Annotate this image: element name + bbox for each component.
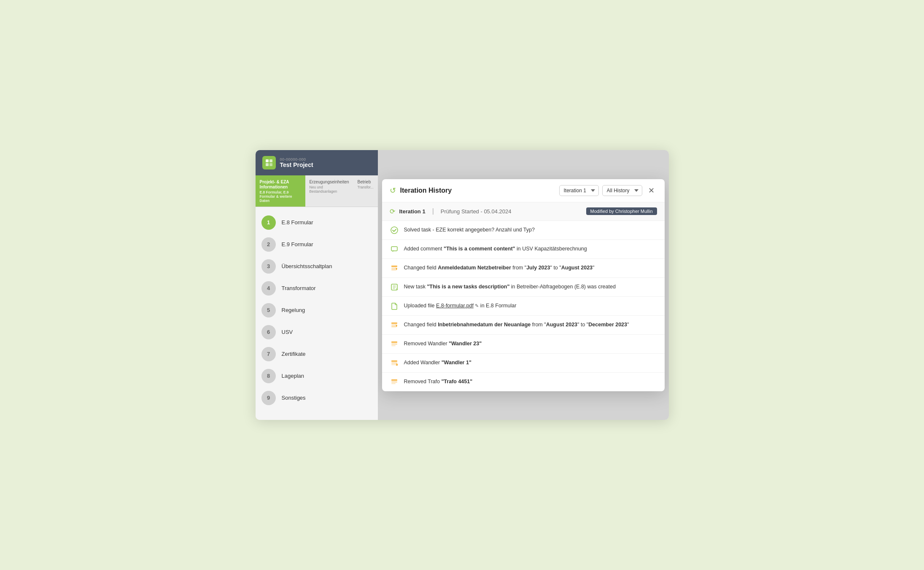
svg-rect-0 <box>266 159 269 162</box>
sidebar-item-number-7: 7 <box>261 347 276 361</box>
sidebar-item-5[interactable]: 5 Regelung <box>261 301 373 319</box>
edit-icon: ✎ <box>475 303 479 308</box>
sidebar-item-2[interactable]: 2 E.9 Formular <box>261 236 373 253</box>
project-id: 00-00000-000 <box>280 157 313 161</box>
history-item-0: Solved task - EZE korrekt angegeben? Anz… <box>382 221 665 240</box>
svg-rect-3 <box>269 163 272 166</box>
svg-rect-13 <box>391 341 397 343</box>
history-item-text-8: Removed Trafo "Trafo 4451" <box>404 378 657 386</box>
history-item-2: Changed field Anmeldedatum Netzbetreiber… <box>382 259 665 278</box>
field-change-icon-1 <box>390 263 399 273</box>
sidebar-item-8[interactable]: 8 Lageplan <box>261 367 373 385</box>
history-item-8: Removed Trafo "Trafo 4451" <box>382 373 665 391</box>
svg-rect-20 <box>391 379 397 381</box>
sidebar-item-label-8: Lageplan <box>282 373 304 379</box>
svg-point-19 <box>396 363 398 366</box>
svg-rect-16 <box>391 360 397 362</box>
svg-rect-15 <box>391 345 396 346</box>
history-item-text-4: Uploaded file E.8-formular.pdf ✎ in E.8 … <box>404 302 657 310</box>
sidebar-item-label-3: Übersichtsschaltplan <box>282 263 332 269</box>
sidebar-item-6[interactable]: 6 USV <box>261 323 373 341</box>
sidebar-item-7[interactable]: 7 Zertifikate <box>261 345 373 363</box>
sidebar-item-4[interactable]: 4 Transformator <box>261 280 373 297</box>
svg-rect-22 <box>391 383 396 384</box>
file-link[interactable]: E.8-formular.pdf <box>436 303 474 309</box>
modal-body: ⟳ Iteration 1 | Prüfung Started - 05.04.… <box>382 202 665 391</box>
sidebar-item-number-2: 2 <box>261 237 276 252</box>
history-item-4: Uploaded file E.8-formular.pdf ✎ in E.8 … <box>382 297 665 316</box>
sidebar-item-number-4: 4 <box>261 281 276 296</box>
svg-rect-14 <box>391 344 397 344</box>
svg-rect-2 <box>266 163 269 166</box>
new-task-icon <box>390 282 399 292</box>
svg-rect-18 <box>391 364 396 365</box>
history-item-6: Removed Wandler "Wandler 23" <box>382 335 665 354</box>
sidebar-header-text: 00-00000-000 Test Project <box>280 157 313 168</box>
svg-rect-5 <box>391 247 397 251</box>
sidebar-item-label-2: E.9 Formular <box>282 241 313 247</box>
remove-trafo-icon <box>390 377 399 387</box>
modified-badge: Modified by Christopher Mullin <box>586 207 657 215</box>
sidebar-item-number-6: 6 <box>261 325 276 339</box>
sidebar-item-number-8: 8 <box>261 369 276 383</box>
sidebar-item-number-5: 5 <box>261 303 276 317</box>
iteration-dropdown[interactable]: Iteration 1 <box>559 185 599 196</box>
svg-point-4 <box>391 227 398 234</box>
svg-rect-21 <box>391 382 397 382</box>
nav-tabs: Projekt- & EZA Informationen E.8 Formula… <box>256 175 378 207</box>
svg-rect-17 <box>391 363 397 363</box>
modal-title: Iteration History <box>400 187 555 194</box>
iteration-section-header: ⟳ Iteration 1 | Prüfung Started - 05.04.… <box>382 202 665 221</box>
sidebar-item-label-1: E.8 Formular <box>282 219 313 226</box>
project-name: Test Project <box>280 161 313 168</box>
iteration-date: Prüfung Started - 05.04.2024 <box>441 208 512 215</box>
check-icon <box>390 226 399 235</box>
history-item-text-2: Changed field Anmeldedatum Netzbetreiber… <box>404 264 657 272</box>
sidebar-list: 1 E.8 Formular 2 E.9 Formular 3 Übersich… <box>256 207 378 420</box>
iteration-icon: ⟳ <box>390 207 395 215</box>
modal-controls: Iteration 1 All History ✕ <box>559 185 657 196</box>
sidebar-item-1[interactable]: 1 E.8 Formular <box>261 214 373 231</box>
history-item-text-6: Removed Wandler "Wandler 23" <box>404 340 657 348</box>
svg-rect-1 <box>269 159 272 162</box>
nav-tab-erzeugung[interactable]: Erzeugungseinheiten Neu und Bestandsanla… <box>305 175 353 207</box>
history-icon: ↺ <box>390 186 396 195</box>
iteration-label: Iteration 1 <box>399 208 426 215</box>
history-item-1: Added comment "This is a comment content… <box>382 240 665 259</box>
field-change-icon-2 <box>390 320 399 330</box>
nav-tab-betrieb[interactable]: Betrieb Transfor... <box>353 175 378 207</box>
nav-tab-projekt[interactable]: Projekt- & EZA Informationen E.8 Formula… <box>256 175 305 207</box>
history-item-text-3: New task "This is a new tasks descriptio… <box>404 283 657 291</box>
sidebar-item-number-3: 3 <box>261 259 276 274</box>
sidebar-item-label-7: Zertifikate <box>282 351 306 357</box>
app-container: 00-00000-000 Test Project Projekt- & EZA… <box>256 150 669 420</box>
history-item-text-1: Added comment "This is a comment content… <box>404 245 657 253</box>
history-item-text-5: Changed field Inbetriebnahmedatum der Ne… <box>404 321 657 329</box>
add-wandler-icon <box>390 358 399 368</box>
logo-icon <box>262 156 276 169</box>
sidebar: 00-00000-000 Test Project Projekt- & EZA… <box>256 150 378 420</box>
history-item-text-7: Added Wandler "Wandler 1" <box>404 359 657 367</box>
main-content: ↺ Iteration History Iteration 1 All Hist… <box>378 150 669 420</box>
history-item-7: Added Wandler "Wandler 1" <box>382 354 665 373</box>
svg-rect-6 <box>391 266 397 267</box>
svg-rect-12 <box>391 326 396 327</box>
sidebar-item-number-9: 9 <box>261 391 276 405</box>
modal-header: ↺ Iteration History Iteration 1 All Hist… <box>382 179 665 202</box>
sidebar-item-label-5: Regelung <box>282 307 305 313</box>
svg-rect-8 <box>391 269 396 270</box>
history-list: Solved task - EZE korrekt angegeben? Anz… <box>382 221 665 391</box>
file-icon <box>390 301 399 311</box>
history-dropdown[interactable]: All History <box>602 185 642 196</box>
sidebar-item-label-9: Sonstiges <box>282 395 306 401</box>
remove-wandler-icon <box>390 339 399 349</box>
comment-icon <box>390 245 399 254</box>
sidebar-header: 00-00000-000 Test Project <box>256 150 378 175</box>
sidebar-item-3[interactable]: 3 Übersichtsschaltplan <box>261 258 373 275</box>
history-item-3: New task "This is a new tasks descriptio… <box>382 278 665 297</box>
sidebar-item-9[interactable]: 9 Sonstiges <box>261 389 373 407</box>
sidebar-item-label-4: Transformator <box>282 285 316 291</box>
modal-close-button[interactable]: ✕ <box>646 185 657 196</box>
history-item-text-0: Solved task - EZE korrekt angegeben? Anz… <box>404 226 657 234</box>
history-item-5: Changed field Inbetriebnahmedatum der Ne… <box>382 316 665 335</box>
